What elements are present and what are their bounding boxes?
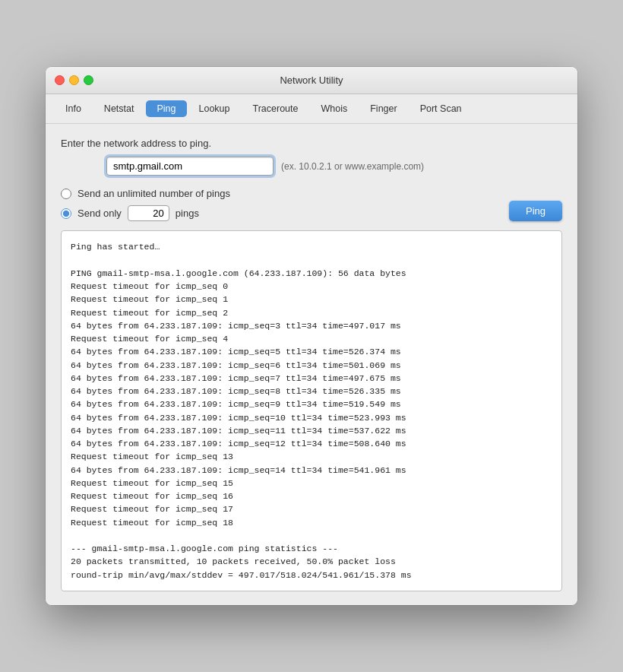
tab-finger[interactable]: Finger — [359, 100, 407, 117]
ping-options: Send an unlimited number of pings Send o… — [61, 188, 230, 221]
maximize-button[interactable] — [84, 75, 93, 85]
ping-controls-row: Send an unlimited number of pings Send o… — [61, 188, 562, 221]
tab-ping[interactable]: Ping — [146, 100, 186, 117]
tab-netstat[interactable]: Netstat — [93, 100, 145, 117]
sendonly-radio[interactable] — [61, 208, 71, 219]
tab-traceroute[interactable]: Traceroute — [242, 100, 309, 117]
address-hint: (ex. 10.0.2.1 or www.example.com) — [281, 161, 424, 172]
count-input[interactable] — [128, 205, 169, 221]
tab-whois[interactable]: Whois — [311, 100, 359, 117]
tab-lookup[interactable]: Lookup — [188, 100, 241, 117]
tab-info[interactable]: Info — [55, 100, 92, 117]
unlimited-radio-row: Send an unlimited number of pings — [61, 188, 230, 199]
main-window: Network Utility Info Netstat Ping Lookup… — [46, 67, 577, 605]
tab-portscan[interactable]: Port Scan — [410, 100, 473, 117]
titlebar: Network Utility — [46, 67, 577, 94]
minimize-button[interactable] — [69, 75, 79, 85]
output-area: Ping has started… PING gmail-smtp-msa.l.… — [61, 230, 562, 591]
unlimited-label: Send an unlimited number of pings — [77, 188, 230, 199]
unlimited-radio[interactable] — [61, 189, 71, 199]
tab-bar: Info Netstat Ping Lookup Traceroute Whoi… — [46, 94, 577, 124]
ping-button[interactable]: Ping — [509, 201, 562, 221]
sendonly-label: Send only — [77, 208, 122, 219]
sendonly-radio-row: Send only pings — [61, 205, 230, 221]
address-input[interactable] — [106, 157, 274, 176]
traffic-lights — [55, 75, 93, 85]
address-row: (ex. 10.0.2.1 or www.example.com) — [61, 157, 562, 176]
pings-label: pings — [176, 208, 199, 219]
section-label: Enter the network address to ping. — [61, 138, 562, 149]
ping-panel: Enter the network address to ping. (ex. … — [46, 124, 577, 605]
window-title: Network Utility — [280, 74, 343, 86]
close-button[interactable] — [55, 75, 65, 85]
